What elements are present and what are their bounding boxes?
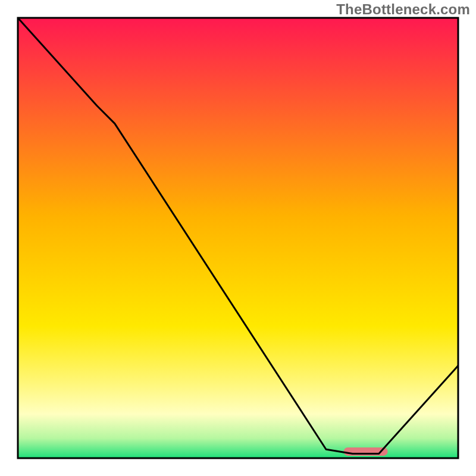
plot-background <box>18 18 458 458</box>
watermark-text: TheBottleneck.com <box>336 1 470 18</box>
chart-container: { "watermark": "TheBottleneck.com", "cha… <box>0 0 476 476</box>
bottleneck-chart <box>0 0 476 476</box>
